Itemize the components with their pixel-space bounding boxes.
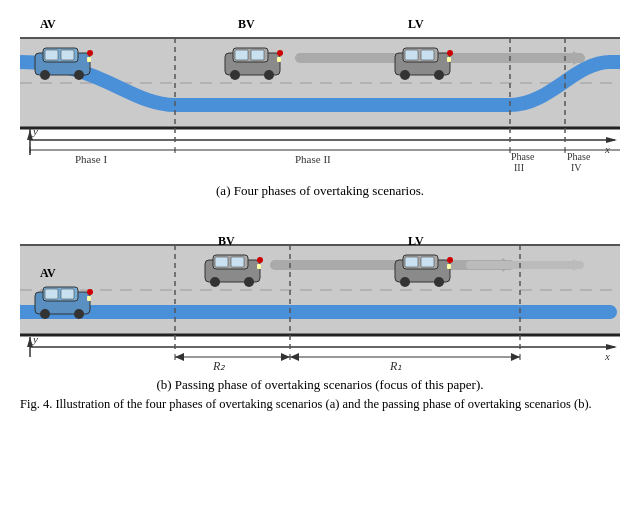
x-axis-label-b: x [604, 350, 610, 362]
svg-rect-55 [215, 257, 228, 267]
diagram-a: AV BV [20, 10, 620, 210]
phase-3-label: Phase [511, 151, 535, 162]
label-bv-b: BV [218, 234, 235, 248]
svg-rect-10 [87, 57, 91, 62]
svg-marker-82 [511, 353, 520, 361]
svg-point-59 [257, 257, 263, 263]
svg-rect-64 [421, 257, 434, 267]
svg-marker-81 [290, 353, 299, 361]
svg-point-58 [244, 277, 254, 287]
car-lv-b [395, 255, 453, 287]
diagram-a-svg: AV BV [20, 10, 620, 210]
svg-point-51 [87, 289, 93, 295]
caption-a: (a) Four phases of overtaking scenarios. [216, 183, 424, 198]
r2-label: R₂ [212, 359, 226, 373]
phase-1-label: Phase I [75, 153, 107, 165]
phase-3-num: III [514, 162, 524, 173]
x-axis-label-a: x [604, 143, 610, 155]
svg-point-50 [74, 309, 84, 319]
page-container: AV BV [0, 0, 640, 515]
label-av-a: AV [40, 17, 56, 31]
y-axis-label-b: y [32, 333, 38, 345]
svg-marker-77 [175, 353, 184, 361]
label-av-b: AV [40, 266, 56, 280]
svg-marker-78 [281, 353, 290, 361]
svg-rect-52 [87, 296, 91, 301]
phase-4-num: IV [571, 162, 582, 173]
svg-rect-48 [61, 289, 74, 299]
svg-point-16 [264, 70, 274, 80]
svg-point-65 [400, 277, 410, 287]
svg-rect-63 [405, 257, 418, 267]
svg-point-66 [434, 277, 444, 287]
svg-rect-18 [277, 57, 281, 62]
svg-rect-13 [235, 50, 248, 60]
svg-point-57 [210, 277, 220, 287]
svg-point-15 [230, 70, 240, 80]
svg-rect-5 [45, 50, 58, 60]
label-bv-a: BV [238, 17, 255, 31]
svg-point-24 [434, 70, 444, 80]
label-lv-a: LV [408, 17, 424, 31]
diagram-b: AV BV [20, 217, 620, 392]
svg-rect-68 [447, 264, 451, 269]
y-axis-label-a: y [32, 125, 38, 137]
phase-4-label: Phase [567, 151, 591, 162]
car-bv-a [225, 48, 283, 80]
car-lv-a [395, 48, 453, 80]
svg-point-8 [74, 70, 84, 80]
label-lv-b: LV [408, 234, 424, 248]
svg-rect-14 [251, 50, 264, 60]
phase-2-label: Phase II [295, 153, 331, 165]
diagram-b-svg: AV BV [20, 217, 620, 402]
svg-point-9 [87, 50, 93, 56]
svg-point-17 [277, 50, 283, 56]
caption-b: (b) Passing phase of overtaking scenario… [156, 377, 483, 392]
svg-rect-26 [447, 57, 451, 62]
svg-point-25 [447, 50, 453, 56]
car-av-b [35, 287, 93, 319]
car-bv-b [205, 255, 263, 287]
svg-point-23 [400, 70, 410, 80]
svg-point-7 [40, 70, 50, 80]
r1-label: R₁ [389, 359, 402, 373]
car-av-a [35, 48, 93, 80]
svg-point-67 [447, 257, 453, 263]
svg-rect-21 [405, 50, 418, 60]
svg-rect-6 [61, 50, 74, 60]
svg-rect-60 [257, 264, 261, 269]
svg-rect-22 [421, 50, 434, 60]
svg-point-49 [40, 309, 50, 319]
svg-rect-56 [231, 257, 244, 267]
svg-rect-47 [45, 289, 58, 299]
